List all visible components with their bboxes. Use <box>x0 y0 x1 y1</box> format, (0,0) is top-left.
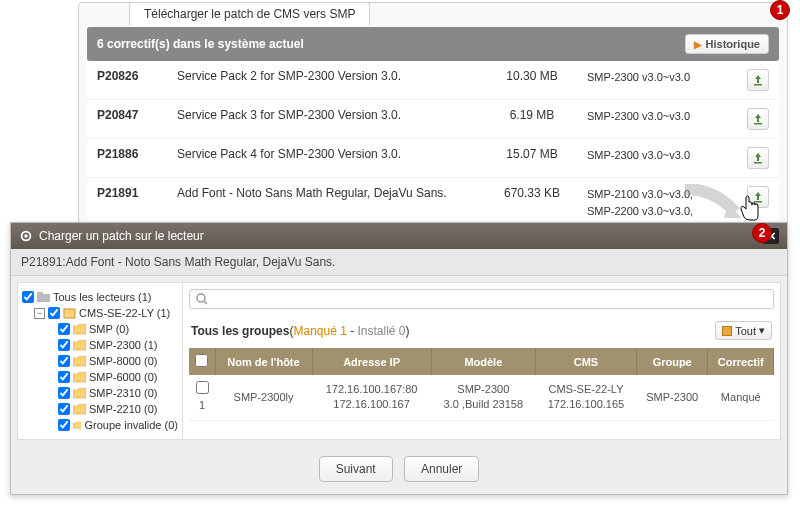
cell-model: SMP-2300 3.0 ,Build 23158 <box>431 375 535 420</box>
svg-rect-7 <box>37 292 43 295</box>
tab-download-patch[interactable]: Télécharger le patch de CMS vers SMP <box>129 2 370 25</box>
next-button[interactable]: Suivant <box>319 456 393 482</box>
tree-item[interactable]: SMP-2300 (1) <box>22 337 178 353</box>
chevron-down-icon: ▾ <box>759 324 765 337</box>
tree-item-check[interactable] <box>58 339 70 351</box>
load-patch-dialog: Charger un patch sur le lecteur ✕ P21891… <box>10 222 788 495</box>
tree-item-check[interactable] <box>58 387 70 399</box>
patch-size: 6.19 MB <box>487 100 577 139</box>
col-group: Groupe <box>636 348 708 375</box>
players-icon <box>37 292 50 303</box>
tree-item-check[interactable] <box>58 323 70 335</box>
svg-rect-8 <box>64 309 75 318</box>
search-input[interactable] <box>212 293 767 305</box>
dialog-title: Charger un patch sur le lecteur <box>39 229 204 243</box>
hand-cursor-icon <box>738 195 760 221</box>
groups-summary: Tous les groupes(Manqué 1 - Installé 0) <box>191 324 410 338</box>
tree-item[interactable]: SMP (0) <box>22 321 178 337</box>
search-bar[interactable] <box>189 289 774 309</box>
tree-item-check[interactable] <box>58 371 70 383</box>
right-pane: Tous les groupes(Manqué 1 - Installé 0) … <box>183 283 780 439</box>
patch-desc: Service Pack 3 for SMP-2300 Version 3.0. <box>167 100 487 139</box>
patch-desc: Service Pack 4 for SMP-2300 Version 3.0. <box>167 139 487 178</box>
col-host: Nom de l'hôte <box>215 348 312 375</box>
svg-point-9 <box>197 294 205 302</box>
tree-item-label: SMP-2210 (0) <box>89 403 157 415</box>
flag-icon: ▶ <box>694 39 702 50</box>
folder-icon <box>73 324 86 335</box>
patch-id: P20826 <box>87 61 167 100</box>
dialog-subtitle: P21891:Add Font - Noto Sans Math Regular… <box>11 249 787 276</box>
tree-item-label: Groupe invalide (0) <box>84 419 178 431</box>
upload-button[interactable] <box>747 108 769 130</box>
patch-id: P20847 <box>87 100 167 139</box>
cell-group: SMP-2300 <box>636 375 708 420</box>
tree-item[interactable]: SMP-8000 (0) <box>22 353 178 369</box>
tree-item-label: SMP-2300 (1) <box>89 339 157 351</box>
patch-id: P21886 <box>87 139 167 178</box>
filter-all-button[interactable]: Tout ▾ <box>715 321 772 340</box>
svg-rect-1 <box>754 123 762 125</box>
filter-color-icon <box>722 326 732 336</box>
tree-item-label: SMP-2310 (0) <box>89 387 157 399</box>
server-icon <box>63 308 76 319</box>
patch-versions: SMP-2300 v3.0~v3.0 <box>577 100 737 139</box>
svg-rect-0 <box>754 84 762 86</box>
col-model: Modèle <box>431 348 535 375</box>
tree-root-check[interactable] <box>22 291 34 303</box>
col-patch: Correctif <box>708 348 774 375</box>
gear-icon <box>19 229 33 243</box>
table-row[interactable]: 1 SMP-2300ly 172.16.100.167:80 172.16.10… <box>189 375 774 420</box>
patch-versions: SMP-2300 v3.0~v3.0 <box>577 139 737 178</box>
dialog-title-bar: Charger un patch sur le lecteur ✕ <box>11 223 787 249</box>
patch-row: P20847Service Pack 3 for SMP-2300 Versio… <box>87 100 779 139</box>
folder-icon <box>73 404 86 415</box>
patch-row: P20826Service Pack 2 for SMP-2300 Versio… <box>87 61 779 100</box>
svg-point-5 <box>24 234 28 238</box>
upload-icon <box>752 113 764 125</box>
folder-icon <box>73 356 86 367</box>
upload-button[interactable] <box>747 69 769 91</box>
upload-icon <box>752 152 764 164</box>
folder-icon <box>73 372 86 383</box>
player-tree: Tous les lecteurs (1) − CMS-SE-22-LY (1)… <box>18 283 183 439</box>
search-icon <box>196 293 208 305</box>
cell-ip: 172.16.100.167:80 172.16.100.167 <box>312 375 431 420</box>
cancel-button[interactable]: Annuler <box>404 456 479 482</box>
step-badge-2: 2 <box>752 223 772 243</box>
svg-line-10 <box>204 301 207 304</box>
patch-row: P21886Service Pack 4 for SMP-2300 Versio… <box>87 139 779 178</box>
history-button[interactable]: ▶ Historique <box>685 34 769 54</box>
tree-item-label: SMP (0) <box>89 323 129 335</box>
col-ip: Adresse IP <box>312 348 431 375</box>
tree-group[interactable]: − CMS-SE-22-LY (1) <box>22 305 178 321</box>
cell-patch: Manqué <box>708 375 774 420</box>
folder-icon <box>73 388 86 399</box>
tree-item-check[interactable] <box>58 403 70 415</box>
svg-rect-2 <box>754 162 762 164</box>
dialog-footer: Suivant Annuler <box>11 446 787 494</box>
tree-item[interactable]: Groupe invalide (0) <box>22 417 178 433</box>
step-badge-1: 1 <box>770 0 790 20</box>
patch-desc: Service Pack 2 for SMP-2300 Version 3.0. <box>167 61 487 100</box>
patch-versions: SMP-2300 v3.0~v3.0 <box>577 61 737 100</box>
tree-item[interactable]: SMP-2210 (0) <box>22 401 178 417</box>
tree-item-check[interactable] <box>58 355 70 367</box>
collapse-icon[interactable]: − <box>34 308 45 319</box>
upload-button[interactable] <box>747 147 769 169</box>
tree-group-check[interactable] <box>48 307 60 319</box>
tree-item[interactable]: SMP-2310 (0) <box>22 385 178 401</box>
cell-host: SMP-2300ly <box>215 375 312 420</box>
patch-size: 10.30 MB <box>487 61 577 100</box>
tree-item-label: SMP-8000 (0) <box>89 355 157 367</box>
row-check[interactable] <box>196 381 209 394</box>
tree-item-check[interactable] <box>58 419 70 431</box>
col-check[interactable] <box>189 348 215 375</box>
tree-item-label: SMP-6000 (0) <box>89 371 157 383</box>
tree-item[interactable]: SMP-6000 (0) <box>22 369 178 385</box>
tree-root[interactable]: Tous les lecteurs (1) <box>22 289 178 305</box>
upload-icon <box>752 74 764 86</box>
patch-count-header: 6 correctif(s) dans le système actuel ▶ … <box>87 27 779 61</box>
patch-count-text: 6 correctif(s) dans le système actuel <box>97 37 304 51</box>
players-table: Nom de l'hôte Adresse IP Modèle CMS Grou… <box>189 348 774 421</box>
